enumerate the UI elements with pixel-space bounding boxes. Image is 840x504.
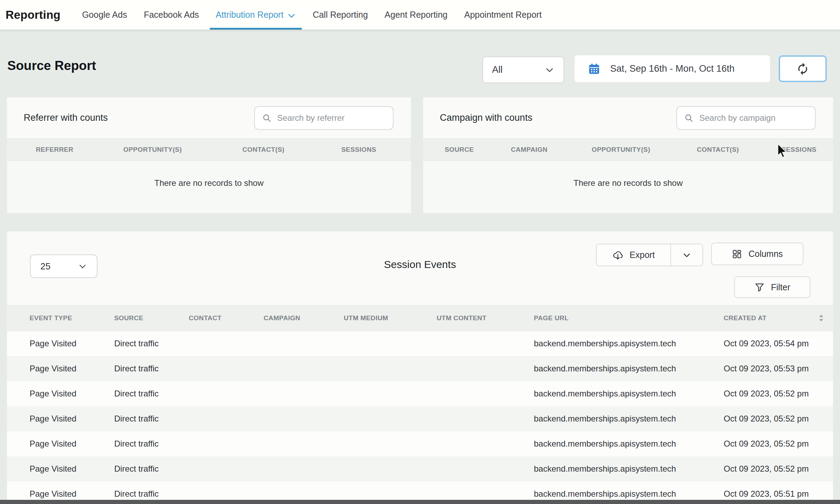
date-range-picker[interactable]: Sat, Sep 16th - Mon, Oct 16th (575, 55, 770, 82)
chevron-down-icon (287, 11, 296, 20)
referrer-search[interactable] (254, 106, 394, 130)
referrer-panel-title: Referrer with counts (24, 112, 108, 123)
filter-funnel-icon (754, 282, 765, 292)
export-download-icon (612, 250, 623, 261)
scope-select[interactable]: All (482, 56, 564, 83)
tab-call-reporting[interactable]: Call Reporting (313, 0, 368, 30)
filter-label: Filter (771, 282, 791, 292)
referrer-search-input[interactable] (277, 113, 386, 123)
campaign-search-input[interactable] (699, 113, 808, 123)
top-nav: Reporting Google Ads Facebook Ads Attrib… (0, 0, 840, 30)
table-row[interactable]: Page VisitedDirect trafficbackend.member… (7, 356, 833, 381)
tab-google-ads[interactable]: Google Ads (82, 0, 127, 30)
tab-facebook-ads[interactable]: Facebook Ads (144, 0, 199, 30)
bottom-scrollbar[interactable] (0, 500, 840, 504)
referrer-empty-state: There are no records to show (154, 178, 264, 188)
campaign-empty-state: There are no records to show (574, 178, 683, 188)
export-label: Export (630, 250, 655, 260)
session-table-header: EVENT TYPE SOURCE CONTACT CAMPAIGN UTM M… (7, 305, 833, 331)
tab-attribution-report[interactable]: Attribution Report (216, 0, 296, 30)
refresh-button[interactable] (779, 55, 827, 82)
created-at-header: CREATED AT (724, 314, 767, 322)
chevron-down-icon (545, 65, 554, 75)
campaign-panel-title: Campaign with counts (440, 112, 532, 123)
export-button[interactable]: Export (596, 244, 703, 266)
tab-agent-reporting[interactable]: Agent Reporting (384, 0, 448, 30)
attribution-report-screen: Reporting Google Ads Facebook Ads Attrib… (0, 0, 840, 504)
table-row[interactable]: Page VisitedDirect trafficbackend.member… (7, 381, 833, 406)
sort-icon[interactable] (817, 313, 825, 323)
campaign-search[interactable] (676, 106, 816, 130)
columns-label: Columns (748, 249, 783, 259)
referrer-panel: Referrer with counts REFERRER OPPORTUNIT… (7, 97, 411, 213)
table-row[interactable]: Page VisitedDirect trafficbackend.member… (7, 331, 833, 356)
columns-grid-icon (732, 249, 742, 259)
table-row[interactable]: Page VisitedDirect trafficbackend.member… (7, 406, 833, 431)
app-title: Reporting (6, 8, 61, 22)
filter-button[interactable]: Filter (734, 276, 810, 298)
tab-appointment-report[interactable]: Appointment Report (464, 0, 542, 30)
search-icon (262, 113, 272, 123)
page-title: Source Report (7, 58, 96, 73)
table-row[interactable]: Page VisitedDirect trafficbackend.member… (7, 431, 833, 456)
calendar-icon (588, 63, 600, 75)
campaign-panel: Campaign with counts SOURCE CAMPAIGN OPP… (423, 97, 833, 213)
search-icon (684, 113, 694, 123)
session-events-title: Session Events (7, 259, 833, 270)
session-table-body: Page VisitedDirect trafficbackend.member… (7, 331, 833, 504)
columns-button[interactable]: Columns (711, 243, 803, 265)
campaign-table-header: SOURCE CAMPAIGN OPPORTUNITY(S) CONTACT(S… (423, 138, 833, 161)
refresh-icon (796, 62, 809, 76)
referrer-table-header: REFERRER OPPORTUNITY(S) CONTACT(S) SESSI… (7, 138, 411, 161)
table-row[interactable]: Page VisitedDirect trafficbackend.member… (7, 456, 833, 481)
scope-select-value: All (492, 64, 503, 75)
export-dropdown-toggle[interactable] (670, 244, 702, 266)
date-range-value: Sat, Sep 16th - Mon, Oct 16th (610, 63, 734, 74)
session-events-panel: 25 Session Events Export (7, 231, 833, 504)
